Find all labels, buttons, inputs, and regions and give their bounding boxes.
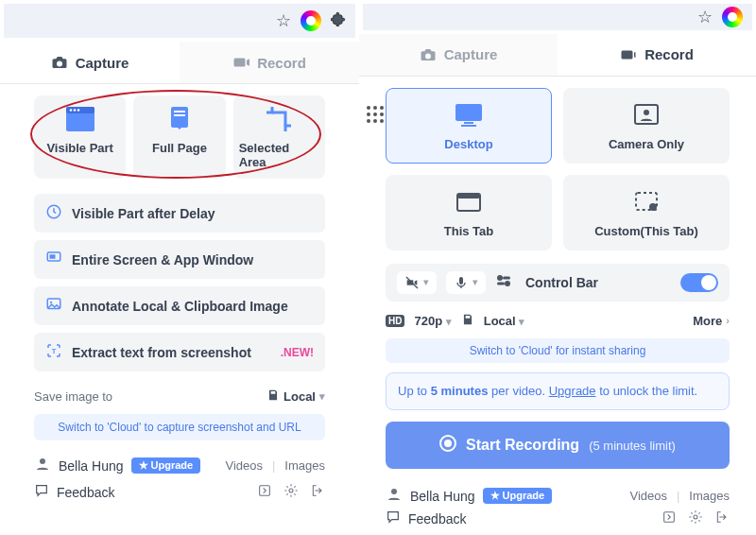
svg-point-14 bbox=[40, 458, 45, 464]
card-visible-part[interactable]: Visible Part bbox=[34, 95, 126, 179]
extension-icon[interactable] bbox=[301, 10, 321, 31]
resolution-row: HD 720p ▾ Local ▾ More › bbox=[386, 313, 730, 329]
feedback-label[interactable]: Feedback bbox=[408, 511, 466, 526]
avatar-icon bbox=[34, 456, 51, 475]
cloud-hint[interactable]: Switch to 'Cloud' to capture screenshot … bbox=[34, 414, 325, 440]
card-full-page[interactable]: Full Page bbox=[133, 95, 225, 179]
card-label: This Tab bbox=[444, 224, 493, 238]
chevron-down-icon: ▾ bbox=[319, 390, 325, 403]
row-annotate[interactable]: Annotate Local & Clipboard Image bbox=[34, 286, 325, 325]
feedback-label[interactable]: Feedback bbox=[57, 485, 114, 500]
svg-point-16 bbox=[289, 489, 293, 492]
feedback-icon bbox=[386, 509, 401, 527]
save-target: Local bbox=[284, 389, 316, 404]
card-desktop[interactable]: Desktop bbox=[386, 88, 552, 164]
apps-grid-icon[interactable] bbox=[367, 106, 384, 123]
svg-rect-17 bbox=[455, 104, 482, 121]
feedback-row: Feedback bbox=[0, 479, 359, 509]
start-label: Start Recording bbox=[466, 437, 579, 454]
user-name: Bella Hung bbox=[410, 489, 475, 504]
limit-notice: Up to 5 minutes per video. Upgrade to un… bbox=[386, 372, 730, 410]
card-camera-only[interactable]: Camera Only bbox=[563, 88, 730, 164]
card-label: Custom(This Tab) bbox=[594, 224, 698, 238]
extensions-puzzle-icon[interactable] bbox=[331, 11, 346, 31]
svg-rect-28 bbox=[503, 276, 510, 279]
card-label: Full Page bbox=[152, 141, 207, 155]
svg-point-29 bbox=[505, 281, 510, 286]
svg-point-33 bbox=[391, 489, 397, 494]
row-entire-screen[interactable]: Entire Screen & App Window bbox=[34, 240, 325, 279]
svg-rect-23 bbox=[457, 194, 480, 198]
card-this-tab[interactable]: This Tab bbox=[386, 175, 552, 250]
mode-tabs: Capture Record bbox=[0, 42, 359, 84]
start-sub: (5 minutes limit) bbox=[589, 439, 676, 453]
svg-point-3 bbox=[73, 109, 76, 112]
save-destination-row: Save image to Local ▾ bbox=[34, 388, 325, 405]
upgrade-button[interactable]: ★ Upgrade bbox=[131, 457, 201, 474]
page-scroll-icon bbox=[163, 105, 196, 133]
camera-toggle[interactable]: ▾ bbox=[397, 271, 437, 294]
row-label: Visible Part after Delay bbox=[72, 206, 215, 221]
tasks-icon[interactable] bbox=[257, 483, 272, 501]
tab-window-icon bbox=[455, 188, 482, 215]
tab-record-label: Record bbox=[257, 55, 306, 71]
more-options[interactable]: More › bbox=[693, 314, 730, 328]
star-icon[interactable]: ☆ bbox=[276, 10, 291, 31]
signout-icon[interactable] bbox=[310, 483, 325, 501]
card-label: Visible Part bbox=[46, 141, 113, 155]
save-destination-select[interactable]: Local ▾ bbox=[266, 388, 325, 405]
save-floppy-icon bbox=[266, 388, 280, 405]
settings-icon[interactable] bbox=[284, 483, 299, 501]
control-bar-icon bbox=[495, 274, 512, 291]
row-visible-delay[interactable]: Visible Part after Delay bbox=[34, 194, 325, 233]
signout-icon[interactable] bbox=[714, 509, 730, 527]
control-bar-row: ▾ ▾ Control Bar bbox=[386, 264, 730, 302]
control-bar-toggle[interactable] bbox=[680, 273, 718, 292]
images-link[interactable]: Images bbox=[689, 489, 730, 503]
save-floppy-icon bbox=[461, 313, 474, 329]
tab-record[interactable]: Record bbox=[180, 42, 359, 83]
cloud-hint-right[interactable]: Switch to 'Cloud' for instant sharing bbox=[386, 338, 730, 363]
mode-tabs-right: Capture Record bbox=[359, 34, 756, 77]
svg-point-12 bbox=[50, 302, 52, 303]
svg-point-27 bbox=[497, 275, 503, 281]
svg-rect-15 bbox=[260, 486, 270, 496]
videos-link[interactable]: Videos bbox=[225, 458, 263, 473]
start-recording-button[interactable]: Start Recording (5 minutes limit) bbox=[386, 422, 730, 469]
record-dot-icon bbox=[439, 435, 456, 456]
card-custom-tab[interactable]: Custom(This Tab) bbox=[563, 175, 730, 250]
user-name: Bella Hung bbox=[59, 458, 124, 474]
tab-record[interactable]: Record bbox=[558, 34, 756, 76]
tasks-icon[interactable] bbox=[662, 509, 677, 527]
upgrade-link[interactable]: Upgrade bbox=[549, 384, 596, 398]
star-icon[interactable]: ☆ bbox=[697, 7, 713, 27]
svg-rect-10 bbox=[50, 254, 56, 259]
feedback-row-right: Feedback bbox=[359, 506, 756, 535]
user-row-right: Bella Hung ★ Upgrade Videos | Images bbox=[359, 476, 756, 506]
card-label: Selected Area bbox=[239, 141, 319, 169]
extension-icon[interactable] bbox=[722, 7, 743, 27]
browser-omnibox-left: ☆ bbox=[4, 4, 355, 38]
mic-toggle[interactable]: ▾ bbox=[446, 271, 486, 294]
custom-area-icon bbox=[633, 188, 660, 215]
svg-point-32 bbox=[444, 440, 452, 447]
tab-capture-label: Capture bbox=[444, 46, 498, 62]
tab-capture[interactable]: Capture bbox=[0, 42, 180, 83]
settings-icon[interactable] bbox=[688, 509, 703, 527]
dest-select[interactable]: Local ▾ bbox=[484, 314, 525, 328]
new-badge: .NEW! bbox=[281, 346, 314, 359]
tab-capture[interactable]: Capture bbox=[359, 34, 558, 76]
videos-link[interactable]: Videos bbox=[629, 489, 667, 503]
card-label: Desktop bbox=[444, 137, 492, 151]
browser-omnibox-right: ☆ bbox=[363, 4, 752, 30]
upgrade-button[interactable]: ★ Upgrade bbox=[483, 488, 553, 504]
clock-icon bbox=[45, 203, 62, 223]
capture-mode-cards: Visible Part Full Page Selected Area bbox=[0, 84, 359, 190]
card-selected-area[interactable]: Selected Area bbox=[233, 95, 325, 179]
hd-badge: HD bbox=[386, 315, 404, 327]
quality-select[interactable]: 720p ▾ bbox=[414, 314, 451, 328]
row-extract-text[interactable]: T Extract text from screenshot .NEW! bbox=[34, 333, 325, 371]
browser-window-icon bbox=[64, 105, 96, 133]
row-label: Entire Screen & App Window bbox=[72, 252, 253, 268]
images-link[interactable]: Images bbox=[284, 458, 325, 473]
